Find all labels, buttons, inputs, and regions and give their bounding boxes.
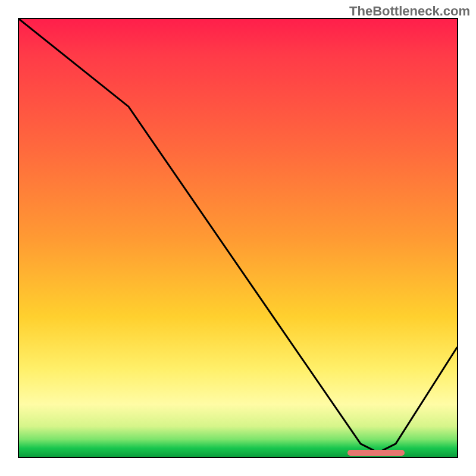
chart-container: TheBottleneck.com bbox=[0, 0, 476, 476]
plot-area bbox=[18, 18, 458, 458]
attribution-text: TheBottleneck.com bbox=[349, 4, 470, 19]
curve-path bbox=[19, 19, 457, 453]
highlight-marker bbox=[347, 450, 405, 456]
line-series bbox=[19, 19, 457, 457]
